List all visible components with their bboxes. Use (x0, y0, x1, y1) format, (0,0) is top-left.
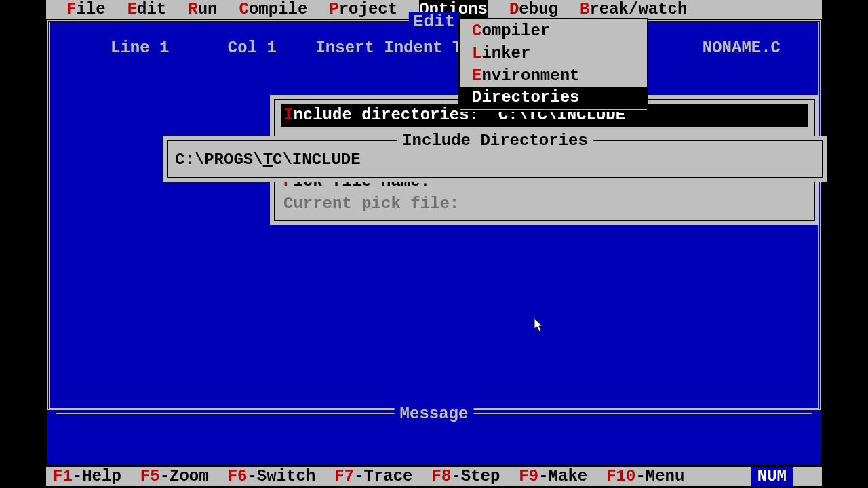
help-f10[interactable]: F10-Menu (606, 467, 684, 487)
numlock-indicator: NUM (751, 467, 793, 486)
menu-edit[interactable]: Edit (127, 0, 167, 19)
menu-run[interactable]: Run (188, 0, 217, 19)
mouse-cursor-icon (534, 319, 544, 332)
svg-marker-0 (534, 319, 542, 331)
edit-filename: NONAME.C (703, 39, 781, 58)
include-directories-dialog-title: Include Directories (397, 131, 593, 151)
options-dropdown: Compiler Linker Environment Directories (458, 18, 648, 112)
help-f6[interactable]: F6-Switch (228, 467, 316, 487)
help-f8[interactable]: F8-Step (432, 467, 500, 487)
menu-compile[interactable]: Compile (239, 0, 307, 19)
dir-current-pick-file: Current pick file: (281, 193, 808, 216)
help-f7[interactable]: F7-Trace (334, 467, 412, 487)
menu-file[interactable]: File (66, 0, 106, 19)
menu-project[interactable]: Project (329, 0, 397, 19)
edit-window-title: Edit (409, 12, 459, 33)
menu-debug[interactable]: Debug (509, 0, 558, 19)
help-f1[interactable]: F1-Help (53, 467, 121, 487)
options-item-compiler[interactable]: Compiler (460, 20, 647, 43)
app-screen: File Edit Run Compile Project Options De… (46, 0, 822, 488)
help-f9[interactable]: F9-Make (519, 467, 587, 487)
message-pane: Message (47, 410, 821, 464)
include-directories-dialog: Include Directories C:\PROGS\TC\INCLUDE (163, 136, 827, 182)
options-item-environment[interactable]: Environment (460, 65, 647, 87)
options-item-linker[interactable]: Linker (460, 43, 647, 65)
options-item-directories[interactable]: Directories (460, 87, 647, 109)
help-f5[interactable]: F5-Zoom (140, 467, 209, 487)
include-directories-input[interactable]: C:\PROGS\TC\INCLUDE (175, 150, 815, 170)
message-pane-title: Message (395, 405, 474, 424)
menu-breakwatch[interactable]: Break/watch (580, 0, 687, 19)
helpbar: F1-Help F5-Zoom F6-Switch F7-Trace F8-St… (46, 467, 822, 486)
